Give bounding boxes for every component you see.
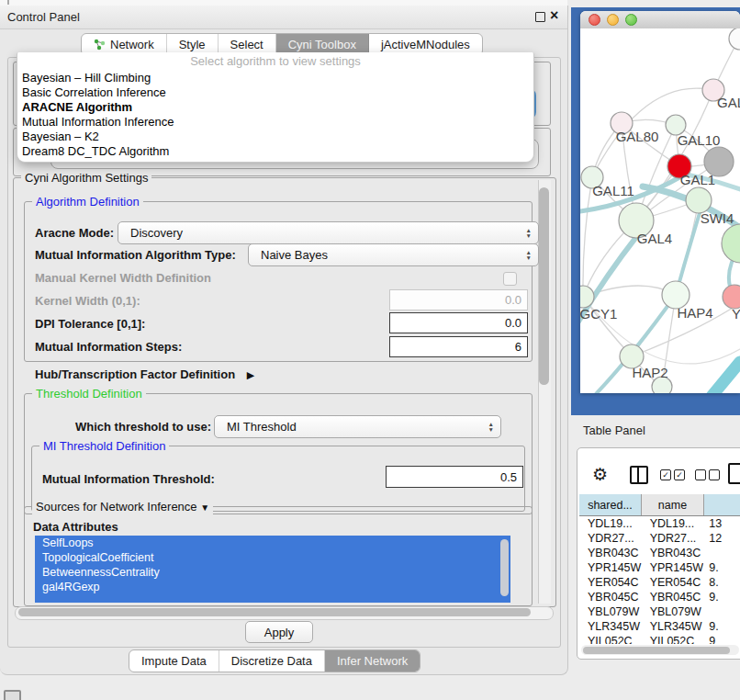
data-attributes-label: Data Attributes bbox=[33, 520, 118, 534]
column-header[interactable]: name bbox=[642, 494, 704, 515]
deselect-all-checkbox-icon[interactable] bbox=[695, 469, 706, 480]
algorithm-option[interactable]: Mutual Information Inference bbox=[17, 115, 533, 130]
network-edge bbox=[696, 362, 740, 393]
manual-kernel-checkbox[interactable] bbox=[503, 272, 517, 286]
table-row[interactable]: YBR043CYBR043C bbox=[579, 546, 740, 560]
table-row[interactable]: YLR345WYLR345W9. bbox=[579, 619, 740, 634]
settings-hscrollbar-thumb[interactable] bbox=[18, 608, 531, 616]
table-cell: YBL079W bbox=[642, 605, 704, 618]
bottom-tabs: Impute DataDiscretize DataInfer Network bbox=[129, 649, 420, 672]
columns-icon[interactable] bbox=[630, 466, 648, 484]
sources-legend-text: Sources for Network Inference bbox=[36, 500, 197, 514]
panel-corner-button[interactable] bbox=[4, 690, 21, 700]
network-node-label: HAP2 bbox=[632, 365, 667, 380]
mi-type-combo[interactable]: Naive Bayes ▲▼ bbox=[248, 243, 539, 266]
dpi-tolerance-label: DPI Tolerance [0,1]: bbox=[35, 317, 145, 331]
attribute-item[interactable]: TopologicalCoefficient bbox=[35, 550, 510, 565]
mi-threshold-field[interactable]: 0.5 bbox=[386, 466, 523, 488]
kernel-width-label: Kernel Width (0,1): bbox=[35, 294, 140, 308]
expander-right-icon: ▶ bbox=[247, 369, 254, 380]
which-threshold-combo[interactable]: MI Threshold ▲▼ bbox=[214, 415, 501, 438]
zoom-traffic-light[interactable] bbox=[625, 14, 637, 26]
network-window-titlebar[interactable] bbox=[580, 11, 740, 29]
stepper-arrows-icon: ▲▼ bbox=[526, 244, 532, 265]
table-row[interactable]: YBR045CYBR045C9. bbox=[579, 590, 740, 604]
network-node-label: HAP4 bbox=[677, 305, 712, 321]
attributes-scrollbar-thumb[interactable] bbox=[500, 539, 509, 596]
file-icon[interactable] bbox=[728, 463, 740, 484]
table-cell: YBR043C bbox=[642, 547, 704, 559]
window-top-tick bbox=[7, 0, 9, 5]
select-all-checkbox-icon[interactable]: ✓ bbox=[660, 469, 671, 480]
close-icon[interactable]: × bbox=[550, 7, 558, 24]
attribute-item[interactable]: gal4RGexp bbox=[35, 580, 510, 594]
column-header[interactable] bbox=[704, 494, 740, 515]
table-hscrollbar-thumb[interactable] bbox=[583, 647, 730, 654]
minimize-traffic-light[interactable] bbox=[607, 14, 619, 26]
network-node-SWI4[interactable] bbox=[686, 187, 712, 213]
table-cell: YDL19... bbox=[579, 517, 642, 530]
mi-type-label: Mutual Information Algorithm Type: bbox=[35, 248, 236, 262]
tab-label: jActiveMNodules bbox=[381, 38, 470, 51]
attribute-item[interactable]: SelfLoops bbox=[35, 536, 510, 550]
stepper-arrows-icon: ▲▼ bbox=[526, 222, 532, 243]
algorithm-option[interactable]: Basic Correlation Inference bbox=[17, 85, 533, 100]
network-node-label: Y bbox=[732, 306, 740, 322]
table-hscrollbar-track[interactable] bbox=[581, 645, 739, 655]
table-row[interactable]: YDL19...YDL19...13 bbox=[579, 516, 740, 531]
deselect-all-checkbox-icon[interactable] bbox=[709, 469, 720, 480]
close-traffic-light[interactable] bbox=[589, 14, 600, 26]
gear-icon[interactable]: ⚙ bbox=[592, 464, 608, 485]
algorithm-option[interactable]: Dream8 DC_TDC Algorithm bbox=[17, 144, 533, 159]
algorithm-dropdown-list: Bayesian – Hill ClimbingBasic Correlatio… bbox=[17, 71, 533, 159]
aracne-mode-combo[interactable]: Discovery ▲▼ bbox=[118, 221, 539, 244]
network-node[interactable] bbox=[729, 28, 740, 50]
table-row[interactable]: YBL079WYBL079W bbox=[579, 604, 740, 619]
table-cell: YDL19... bbox=[642, 517, 704, 530]
apply-button[interactable]: Apply bbox=[245, 621, 313, 643]
table-cell: YBR045C bbox=[642, 591, 704, 604]
network-node-label: GAL4 bbox=[637, 231, 672, 246]
algorithm-option[interactable]: Bayesian – K2 bbox=[17, 130, 533, 144]
control-panel-titlebar bbox=[0, 6, 567, 29]
network-node[interactable] bbox=[722, 224, 740, 263]
network-node-label: GAL11 bbox=[592, 183, 634, 198]
float-window-icon[interactable] bbox=[535, 12, 545, 22]
network-canvas[interactable]: GAL7GAL80GAL10GAL1GAL11SWI4GAL4GCY1HAP4Y… bbox=[580, 28, 740, 393]
hub-definition-expander[interactable]: Hub/Transcription Factor Definition ▶ bbox=[35, 367, 254, 381]
select-all-checkbox-icon[interactable]: ✓ bbox=[674, 469, 685, 480]
table-rows: YDL19...YDL19...13YDR27...YDR27...12YBR0… bbox=[579, 516, 740, 644]
algorithm-option[interactable]: Bayesian – Hill Climbing bbox=[17, 71, 533, 85]
threshold-definition-legend: Threshold Definition bbox=[32, 387, 146, 401]
table-cell: YIL052C bbox=[579, 635, 642, 644]
dpi-tolerance-field[interactable]: 0.0 bbox=[389, 312, 528, 333]
tab-infer-network[interactable]: Infer Network bbox=[325, 650, 420, 672]
mi-steps-field[interactable]: 6 bbox=[389, 336, 528, 357]
manual-kernel-label: Manual Kernel Width Definition bbox=[35, 271, 211, 285]
tab-discretize-data[interactable]: Discretize Data bbox=[219, 650, 325, 672]
attribute-item[interactable]: BetweennessCentrality bbox=[35, 565, 510, 580]
aracne-mode-label: Aracne Mode: bbox=[35, 226, 114, 240]
table-cell: YBR043C bbox=[579, 547, 642, 559]
table-panel-title: Table Panel bbox=[583, 423, 645, 437]
network-node-label: GCY1 bbox=[580, 306, 617, 322]
sources-legend[interactable]: Sources for Network Inference ▼ bbox=[32, 500, 213, 514]
tab-label: Impute Data bbox=[141, 654, 207, 668]
table-cell: YER054C bbox=[642, 576, 704, 589]
algorithm-option[interactable]: ARACNE Algorithm bbox=[17, 100, 533, 115]
table-row[interactable]: YIL052CYIL052C9 bbox=[579, 634, 740, 644]
data-attributes-list: SelfLoopsTopologicalCoefficientBetweenne… bbox=[35, 536, 510, 603]
table-row[interactable]: YER054CYER054C8. bbox=[579, 575, 740, 590]
kernel-width-field[interactable]: 0.0 bbox=[389, 289, 528, 310]
settings-vscrollbar-thumb[interactable] bbox=[539, 187, 549, 385]
table-row[interactable]: YPR145WYPR145W9. bbox=[579, 560, 740, 575]
table-cell: 9. bbox=[703, 620, 740, 633]
aracne-mode-value: Discovery bbox=[130, 226, 183, 240]
table-row[interactable]: YDR27...YDR27...12 bbox=[579, 531, 740, 546]
tab-label: Discretize Data bbox=[231, 654, 312, 668]
table-cell: YPR145W bbox=[642, 561, 704, 574]
network-node-label: GAL10 bbox=[678, 132, 721, 148]
tab-impute-data[interactable]: Impute Data bbox=[129, 650, 219, 672]
network-node-label: GAL1 bbox=[680, 172, 715, 187]
column-header[interactable]: shared... bbox=[579, 494, 642, 515]
